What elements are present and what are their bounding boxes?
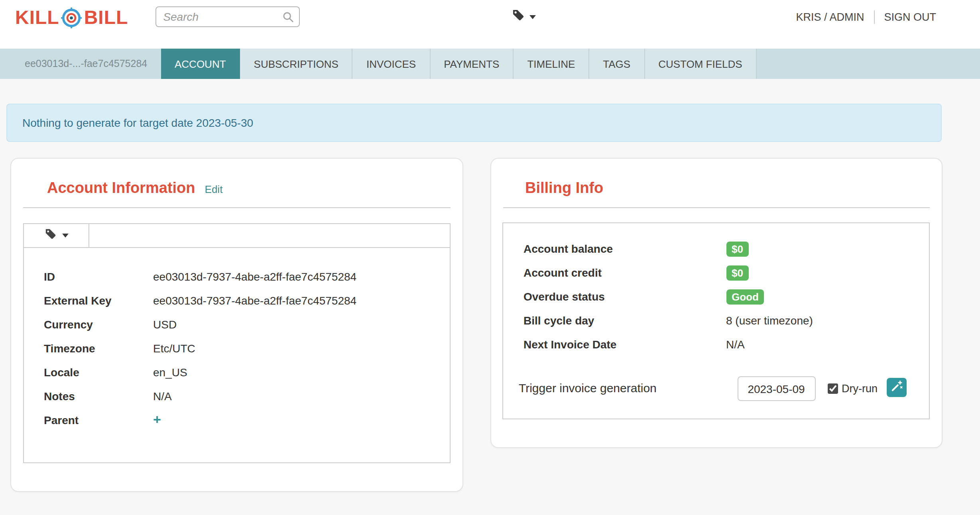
logo-text-bill: BILL [84,6,128,29]
main-content: Nothing to generate for target date 2023… [0,104,980,515]
user-label[interactable]: KRIS / ADMIN [796,11,864,23]
info-row-locale: Locale en_US [24,360,449,384]
logo-text-kill: KILL [15,6,59,29]
breadcrumb-account-id[interactable]: ee03013d-...-fae7c4575284 [0,49,161,79]
tag-icon [44,228,56,243]
header-tag-dropdown[interactable] [512,9,536,25]
tab-tags[interactable]: TAGS [589,49,645,79]
info-row-parent: Parent + [24,408,449,432]
header-user-area: KRIS / ADMIN SIGN OUT [796,10,936,24]
account-info-title-row: Account Information Edit [47,179,449,197]
account-balance-badge: $0 [726,241,749,256]
trigger-invoice-label: Trigger invoice generation [519,381,657,395]
edit-account-link[interactable]: Edit [205,183,223,195]
billing-info-card: Billing Info Account balance $0 Account … [490,158,943,448]
info-value: ee03013d-7937-4abe-a2ff-fae7c4575284 [153,294,356,307]
billing-rows: Account balance $0 Account credit $0 Ove… [503,223,929,356]
info-row-id: ID ee03013d-7937-4abe-a2ff-fae7c4575284 [24,265,449,289]
search-icon [282,11,294,26]
info-label: Currency [44,318,153,331]
billing-row-account-credit: Account credit $0 [503,261,929,285]
billing-label: Next Invoice Date [523,338,726,351]
billing-info-box: Account balance $0 Account credit $0 Ove… [502,222,930,419]
tab-invoices[interactable]: INVOICES [353,49,430,79]
billing-info-title: Billing Info [525,179,603,197]
account-nav-bar: ee03013d-...-fae7c4575284 ACCOUNT SUBSCR… [0,49,980,79]
info-label: ID [44,270,153,283]
account-info-table: ID ee03013d-7937-4abe-a2ff-fae7c4575284 … [23,223,450,463]
account-information-card: Account Information Edit [10,158,463,492]
caret-down-icon [529,15,536,19]
trigger-invoice-button[interactable] [886,378,906,397]
billing-label: Account balance [523,242,726,255]
info-row-timezone: Timezone Etc/UTC [24,336,449,360]
cards-row: Account Information Edit [10,158,943,492]
sign-out-link[interactable]: SIGN OUT [884,11,936,23]
billing-label: Bill cycle day [523,314,726,327]
tab-timeline[interactable]: TIMELINE [514,49,589,79]
dry-run-label: Dry-run [842,383,878,395]
info-label: External Key [44,294,153,307]
search-input[interactable] [155,6,299,27]
tabs: ACCOUNT SUBSCRIPTIONS INVOICES PAYMENTS … [161,49,757,79]
header: KILL BILL [0,0,980,49]
billing-row-account-balance: Account balance $0 [503,237,929,261]
info-value: USD [153,318,177,331]
info-value: Etc/UTC [153,342,195,355]
account-credit-badge: $0 [726,265,749,280]
billing-row-overdue-status: Overdue status Good [503,285,929,309]
info-value: en_US [153,366,187,379]
tab-account[interactable]: ACCOUNT [161,49,240,79]
billing-info-title-row: Billing Info [525,179,929,197]
killbill-logo[interactable]: KILL BILL [15,6,128,29]
info-label: Notes [44,390,153,403]
info-label: Locale [44,366,153,379]
info-row-currency: Currency USD [24,313,449,336]
info-alert: Nothing to generate for target date 2023… [6,104,942,142]
info-value: ee03013d-7937-4abe-a2ff-fae7c4575284 [153,270,356,283]
billing-label: Overdue status [523,290,726,303]
kaui-app: KILL BILL [0,0,980,515]
caret-down-icon [62,234,68,238]
magic-wand-icon [890,380,902,395]
billing-label: Account credit [523,266,726,279]
info-row-external-key: External Key ee03013d-7937-4abe-a2ff-fae… [24,289,449,313]
billing-value: N/A [726,338,745,351]
tag-icon [512,9,525,25]
account-info-divider [23,207,450,208]
info-label: Parent [44,414,153,427]
header-divider [874,10,874,24]
search-box [155,6,299,27]
dry-run-checkbox[interactable] [827,383,838,394]
trigger-invoice-row: Trigger invoice generation Dry-run [503,376,929,401]
account-tag-row [24,224,449,248]
add-parent-button[interactable]: + [153,412,161,428]
info-label: Timezone [44,342,153,355]
account-info-rows: ID ee03013d-7937-4abe-a2ff-fae7c4575284 … [24,248,449,432]
tab-subscriptions[interactable]: SUBSCRIPTIONS [240,49,353,79]
target-icon [60,7,83,28]
info-row-notes: Notes N/A [24,384,449,408]
tab-payments[interactable]: PAYMENTS [430,49,514,79]
tab-custom-fields[interactable]: CUSTOM FIELDS [645,49,756,79]
billing-info-divider [503,207,930,208]
account-tag-dropdown[interactable] [24,224,89,247]
billing-value: 8 (user timezone) [726,314,813,327]
target-date-input[interactable] [737,376,815,401]
account-info-title: Account Information [47,179,195,197]
info-value: N/A [153,390,172,403]
overdue-status-badge: Good [726,289,764,304]
billing-row-bill-cycle-day: Bill cycle day 8 (user timezone) [503,309,929,332]
billing-row-next-invoice-date: Next Invoice Date N/A [503,332,929,356]
